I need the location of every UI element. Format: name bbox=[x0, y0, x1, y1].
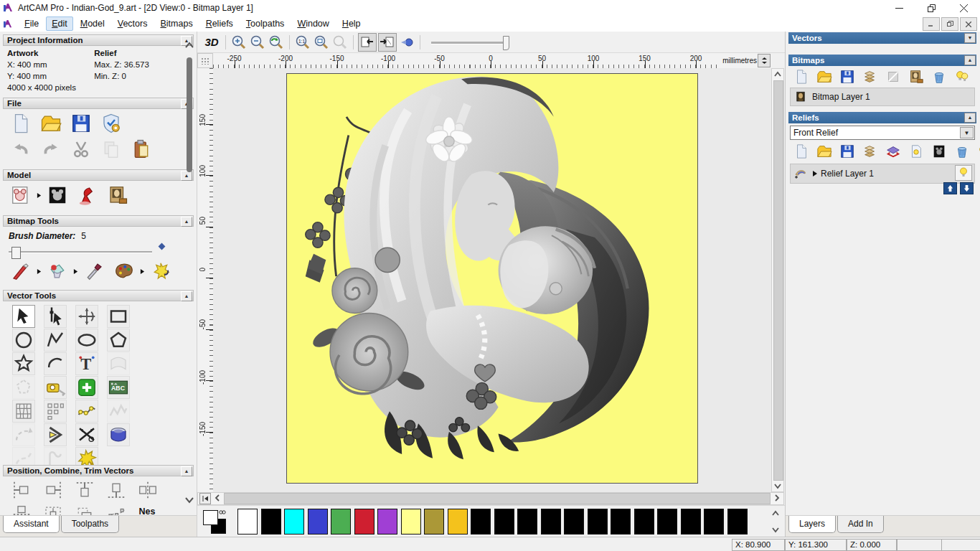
colour-swatch-21[interactable] bbox=[727, 509, 748, 534]
scroll-up-icon[interactable] bbox=[184, 40, 195, 50]
align-bottom-icon[interactable] bbox=[104, 479, 128, 501]
drawing-area[interactable] bbox=[213, 68, 771, 492]
align-left-icon[interactable] bbox=[9, 479, 34, 501]
new-relief-icon[interactable] bbox=[793, 143, 810, 159]
toggle-bitmap-icon[interactable] bbox=[358, 33, 377, 52]
tab-toolpaths[interactable]: Toolpaths bbox=[61, 516, 119, 533]
zoom-previous-icon[interactable] bbox=[268, 34, 285, 51]
paste-vector-icon[interactable] bbox=[75, 376, 98, 399]
centre-in-page-icon[interactable] bbox=[41, 504, 65, 515]
new-bitmap-icon[interactable] bbox=[793, 69, 810, 85]
dropdown-arrow-icon[interactable]: ▼ bbox=[960, 127, 974, 138]
toggle-visibility-icon[interactable] bbox=[953, 69, 971, 85]
tab-assistant[interactable]: Assistant bbox=[3, 516, 60, 533]
menu-window[interactable]: Window bbox=[291, 17, 334, 31]
merge-relief-icon[interactable] bbox=[885, 143, 902, 159]
zoom-object-icon[interactable] bbox=[331, 34, 349, 51]
toggle-contrast-icon[interactable] bbox=[398, 34, 415, 51]
delete-bitmap-icon[interactable] bbox=[930, 69, 948, 85]
delete-relief-icon[interactable] bbox=[953, 143, 971, 159]
colour-swatch-19[interactable] bbox=[681, 509, 701, 534]
align-right-icon[interactable] bbox=[41, 479, 65, 501]
colour-swatch-0[interactable] bbox=[237, 509, 258, 534]
transform-vectors-icon[interactable] bbox=[75, 305, 98, 328]
primary-colour[interactable] bbox=[203, 510, 218, 525]
create-text-icon[interactable]: T bbox=[75, 352, 98, 375]
copy-bitmap-icon[interactable] bbox=[862, 69, 879, 85]
create-ellipse-icon[interactable] bbox=[75, 329, 98, 352]
relief-layer-row[interactable]: Relief Layer 1 bbox=[790, 164, 975, 184]
paint-icon[interactable] bbox=[10, 260, 32, 282]
pane-splitter-button[interactable] bbox=[199, 493, 211, 504]
centre-vertically-icon[interactable] bbox=[9, 504, 34, 515]
create-polyline-icon[interactable] bbox=[44, 329, 67, 352]
create-polygon-icon[interactable] bbox=[107, 329, 130, 352]
restore-button[interactable] bbox=[915, 0, 948, 16]
text-panel-icon[interactable]: ABC bbox=[107, 376, 130, 399]
save-relief-icon[interactable] bbox=[839, 143, 856, 159]
mdi-close-button[interactable] bbox=[960, 17, 977, 31]
toggle-relief-icon[interactable] bbox=[908, 143, 925, 159]
bitmap-to-relief-icon[interactable] bbox=[908, 69, 925, 85]
redo-icon[interactable] bbox=[40, 138, 62, 160]
artwork-canvas[interactable] bbox=[286, 73, 698, 484]
paste-icon[interactable] bbox=[131, 138, 152, 160]
colour-swatch-6[interactable] bbox=[377, 509, 397, 534]
colour-swatch-18[interactable] bbox=[657, 509, 677, 534]
save-model-icon[interactable] bbox=[70, 113, 92, 134]
vscrollbar-thumb[interactable] bbox=[773, 80, 783, 481]
menu-reliefs[interactable]: Reliefs bbox=[200, 17, 239, 31]
paste-along-curve-icon[interactable] bbox=[104, 504, 128, 515]
invert-model-icon[interactable] bbox=[47, 184, 68, 206]
vertical-scrollbar[interactable] bbox=[771, 68, 784, 492]
colour-swatch-9[interactable] bbox=[448, 509, 468, 534]
fit-curve-icon[interactable] bbox=[75, 400, 98, 423]
open-model-icon[interactable] bbox=[40, 113, 62, 134]
set-model-size-icon[interactable] bbox=[10, 184, 32, 206]
colour-swatch-16[interactable] bbox=[611, 509, 631, 534]
scroll-down-icon[interactable] bbox=[184, 495, 195, 505]
menu-file[interactable]: File bbox=[19, 17, 44, 31]
menu-toolpaths[interactable]: Toolpaths bbox=[240, 17, 291, 31]
scroll-right-icon[interactable] bbox=[772, 493, 782, 505]
select-vectors-icon[interactable] bbox=[12, 305, 35, 328]
ruler-corner[interactable] bbox=[197, 53, 213, 68]
palette-scrollbar[interactable] bbox=[770, 507, 781, 536]
colour-swatch-4[interactable] bbox=[331, 509, 351, 534]
colour-swatch-10[interactable] bbox=[471, 509, 491, 534]
undo-icon[interactable] bbox=[10, 138, 32, 160]
distort-vectors-icon[interactable] bbox=[12, 400, 35, 423]
relief-visibility-bulb-button[interactable] bbox=[955, 165, 972, 181]
fade-slider[interactable] bbox=[431, 35, 517, 50]
clear-bitmap-icon[interactable] bbox=[885, 69, 902, 85]
light-material-icon[interactable] bbox=[77, 184, 98, 206]
nest-vectors-icon[interactable]: Nes bbox=[136, 504, 160, 515]
flyout-arrow-icon[interactable] bbox=[37, 267, 42, 274]
hscrollbar-thumb[interactable] bbox=[224, 493, 771, 504]
copy-icon[interactable] bbox=[100, 138, 122, 160]
assistant-scrollbar[interactable] bbox=[184, 40, 195, 505]
colour-swatch-15[interactable] bbox=[588, 509, 608, 534]
new-model-icon[interactable] bbox=[10, 113, 32, 134]
create-rectangle-icon[interactable] bbox=[107, 305, 130, 328]
move-layer-up-button[interactable] bbox=[943, 182, 957, 194]
block-copy-icon[interactable] bbox=[44, 400, 67, 423]
zoom-out-icon[interactable] bbox=[249, 34, 266, 51]
close-button[interactable] bbox=[948, 0, 980, 16]
colour-swatch-12[interactable] bbox=[517, 509, 537, 534]
flyout-arrow-icon[interactable] bbox=[37, 191, 42, 198]
collapse-reliefs-button[interactable]: ▲ bbox=[964, 113, 976, 123]
create-star-icon[interactable] bbox=[12, 352, 35, 375]
toggle-vectors-icon[interactable] bbox=[378, 33, 397, 52]
trim-vectors-icon[interactable] bbox=[75, 423, 98, 446]
model-check-icon[interactable] bbox=[100, 113, 122, 134]
mdi-restore-button[interactable] bbox=[941, 17, 958, 31]
colour-swatch-20[interactable] bbox=[704, 509, 724, 534]
colour-swatch-17[interactable] bbox=[634, 509, 654, 534]
toggle-all-visibility-icon[interactable] bbox=[976, 143, 980, 159]
primary-secondary-colour-chip[interactable] bbox=[203, 510, 232, 534]
tab-layers[interactable]: Layers bbox=[788, 516, 836, 533]
3d-view-button[interactable]: 3D bbox=[202, 34, 221, 51]
palette-scroll-down-icon[interactable] bbox=[770, 524, 781, 534]
scroll-up-icon[interactable] bbox=[772, 70, 783, 80]
